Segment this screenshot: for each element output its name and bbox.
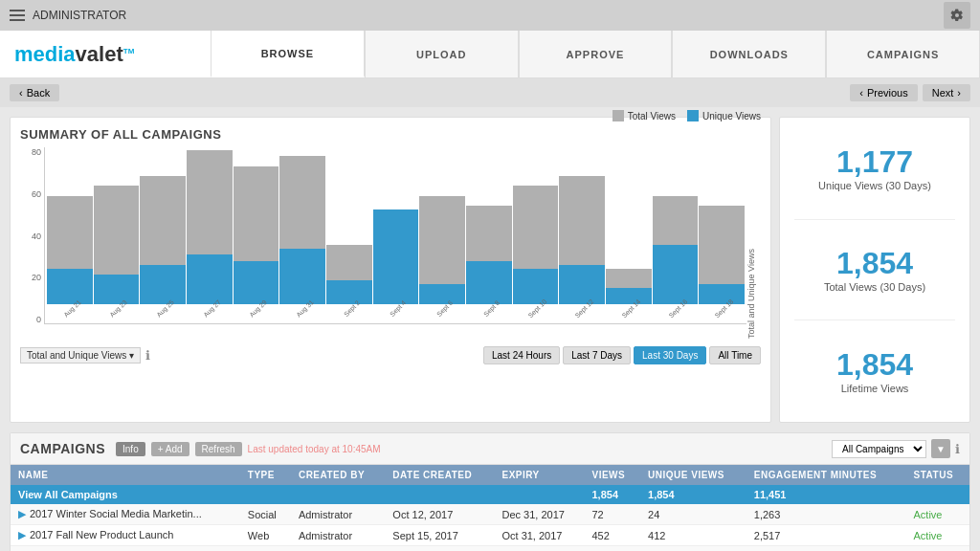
chart-title: SUMMARY OF ALL CAMPAIGNS (20, 127, 221, 142)
chart-area: 80 60 40 20 0 Aug 21Aug 23Aug 25Aug 27Au… (20, 147, 761, 339)
bar-unique-1 (94, 275, 140, 304)
bar-total-11 (559, 176, 605, 265)
last-24h-button[interactable]: Last 24 Hours (483, 346, 560, 364)
bar-unique-13 (653, 245, 699, 304)
tab-downloads[interactable]: DOWNLOADS (672, 31, 826, 77)
y-label-80: 80 (25, 147, 41, 157)
next-button[interactable]: Next › (923, 84, 970, 101)
bar-group-14: Sept 18 (699, 146, 745, 323)
bar-total-2 (140, 176, 186, 265)
table-row[interactable]: ▶2017 Fall New Product Launch Web Admist… (11, 525, 969, 546)
bar-total-5 (279, 156, 325, 249)
table-container: NAME TYPE CREATED BY DATE CREATED EXPIRY… (11, 465, 969, 551)
y-label-40: 40 (25, 231, 41, 241)
tab-campaigns[interactable]: CAMPAIGNS (826, 31, 980, 77)
bar-group-8: Sept 6 (419, 146, 465, 323)
legend-total-label: Total Views (628, 111, 676, 121)
chart-info-icon[interactable]: ℹ (145, 348, 150, 363)
row-name: ▶2017 Winter Social Media Marketin... (11, 504, 240, 525)
row-date-created: Sept 8, 2017 (385, 546, 494, 552)
row-unique-views: 412 (640, 525, 746, 546)
add-button[interactable]: + Add (151, 442, 189, 456)
tab-approve[interactable]: APPROVE (519, 31, 673, 77)
row-type: Web (240, 525, 291, 546)
tab-browse[interactable]: BROWSE (211, 31, 365, 77)
update-label: Last updated today at 10:45AM (248, 444, 826, 454)
bar-total-14 (699, 206, 745, 284)
all-campaigns-unique-views: 1,854 (640, 485, 746, 504)
campaigns-section: CAMPAIGNS Info + Add Refresh Last update… (10, 432, 970, 551)
filter-icon-button[interactable]: ▼ (931, 439, 950, 458)
previous-button[interactable]: ‹ Previous (850, 84, 917, 101)
time-buttons: Last 24 Hours Last 7 Days Last 30 Days A… (483, 346, 761, 364)
top-bar-left: ADMINISTRATOR (10, 9, 126, 22)
bar-group-4: Aug 29 (234, 146, 279, 323)
logo: mediavaletTM (14, 42, 134, 67)
logo-area: mediavaletTM (0, 42, 211, 67)
bar-unique-14 (699, 284, 745, 304)
bar-group-13: Sept 16 (653, 146, 699, 323)
all-time-button[interactable]: All Time (709, 346, 761, 364)
row-date-created: Sept 15, 2017 (385, 525, 494, 546)
row-name: ▶2017 Fall New Product Launch (11, 525, 240, 546)
all-campaigns-name: View All Campaigns (11, 485, 240, 504)
chart-controls: Total and Unique Views ▾ ℹ Last 24 Hours… (20, 346, 761, 364)
bar-total-3 (187, 150, 233, 254)
row-created-by: Admistrator (291, 525, 385, 546)
row-engagement-minutes: 1,215 (746, 546, 906, 552)
col-status: STATUS (906, 465, 969, 485)
hamburger-icon[interactable] (10, 10, 25, 21)
bar-total-0 (47, 196, 93, 269)
tab-upload[interactable]: UPLOAD (365, 31, 519, 77)
bar-group-10: Sept 10 (513, 146, 559, 323)
gear-button[interactable] (944, 2, 970, 29)
row-views: 341 (584, 546, 640, 552)
table-row[interactable]: ▶2017 Fall Social Media Initiative Socia… (11, 546, 969, 552)
bar-total-10 (513, 186, 559, 269)
row-status: Active (906, 525, 969, 546)
campaigns-info-icon[interactable]: ℹ (955, 442, 960, 456)
stat-lifetime-views-number: 1,854 (794, 348, 955, 382)
bar-total-9 (466, 206, 512, 261)
row-expander[interactable]: ▶ (18, 529, 26, 540)
info-button[interactable]: Info (116, 442, 145, 456)
row-expander[interactable]: ▶ (18, 508, 26, 519)
campaign-filter-select[interactable]: All Campaigns (832, 440, 926, 458)
all-campaigns-engagement: 11,451 (746, 485, 906, 504)
all-campaigns-expiry (494, 485, 584, 504)
row-unique-views: 287 (640, 546, 746, 552)
campaigns-table: NAME TYPE CREATED BY DATE CREATED EXPIRY… (11, 465, 969, 551)
row-type: Social (240, 546, 291, 552)
bar-group-7: Sept 4 (373, 146, 419, 323)
col-unique-views: UNIQUE VIEWS (640, 465, 746, 485)
all-campaigns-date (385, 485, 494, 504)
refresh-button[interactable]: Refresh (195, 442, 242, 456)
col-expiry: EXPIRY (494, 465, 584, 485)
views-dropdown[interactable]: Total and Unique Views ▾ (20, 347, 141, 364)
bar-unique-4 (234, 261, 279, 304)
legend-unique: Unique Views (687, 110, 761, 121)
bar-chart: Aug 21Aug 23Aug 25Aug 27Aug 29Aug 31Sept… (44, 147, 746, 324)
col-views: VIEWS (584, 465, 640, 485)
row-unique-views: 24 (640, 504, 746, 525)
nav-tabs: BROWSE UPLOAD APPROVE DOWNLOADS CAMPAIGN… (211, 31, 980, 77)
logo-valet: valet (76, 42, 123, 66)
bar-unique-0 (47, 269, 93, 304)
admin-label: ADMINISTRATOR (33, 9, 126, 22)
back-button[interactable]: ‹ Back (10, 84, 59, 101)
y-label-0: 0 (25, 315, 41, 324)
all-campaigns-row[interactable]: View All Campaigns 1,854 1,854 11,451 (11, 485, 969, 504)
chart-left-controls: Total and Unique Views ▾ ℹ (20, 347, 150, 364)
bar-unique-11 (559, 265, 605, 304)
bar-group-6: Sept 2 (326, 146, 372, 323)
header: mediavaletTM BROWSE UPLOAD APPROVE DOWNL… (0, 31, 980, 78)
row-type: Social (240, 504, 291, 525)
main-content: SUMMARY OF ALL CAMPAIGNS Total Views Uni… (0, 107, 980, 432)
last-7d-button[interactable]: Last 7 Days (563, 346, 631, 364)
bar-group-12: Sept 14 (606, 146, 652, 323)
stat-unique-views: 1,177 Unique Views (30 Days) (794, 145, 955, 190)
row-views: 72 (584, 504, 640, 525)
bar-unique-9 (466, 261, 512, 304)
last-30d-button[interactable]: Last 30 Days (634, 346, 706, 364)
table-row[interactable]: ▶2017 Winter Social Media Marketin... So… (11, 504, 969, 525)
